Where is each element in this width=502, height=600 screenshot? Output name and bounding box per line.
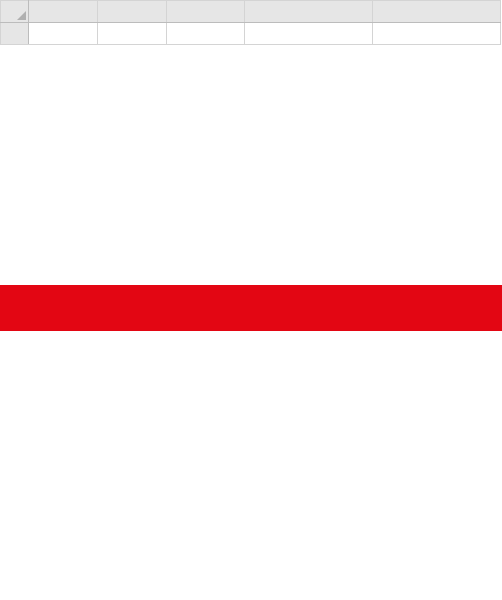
column-header-row	[1, 1, 501, 23]
col-header-D[interactable]	[245, 1, 373, 23]
row-gap-indicator	[0, 285, 502, 331]
spreadsheet-top	[0, 0, 501, 45]
header-cell[interactable]	[373, 23, 501, 45]
select-all-corner[interactable]	[1, 1, 29, 23]
header-cell[interactable]	[29, 23, 98, 45]
col-header-A[interactable]	[29, 1, 98, 23]
row-header[interactable]	[1, 23, 29, 45]
select-all-triangle-icon	[17, 11, 26, 20]
col-header-E[interactable]	[373, 1, 501, 23]
table-row	[1, 23, 501, 45]
header-cell[interactable]	[98, 23, 167, 45]
header-cell[interactable]	[167, 23, 245, 45]
col-header-C[interactable]	[167, 1, 245, 23]
header-cell[interactable]	[245, 23, 373, 45]
col-header-B[interactable]	[98, 1, 167, 23]
